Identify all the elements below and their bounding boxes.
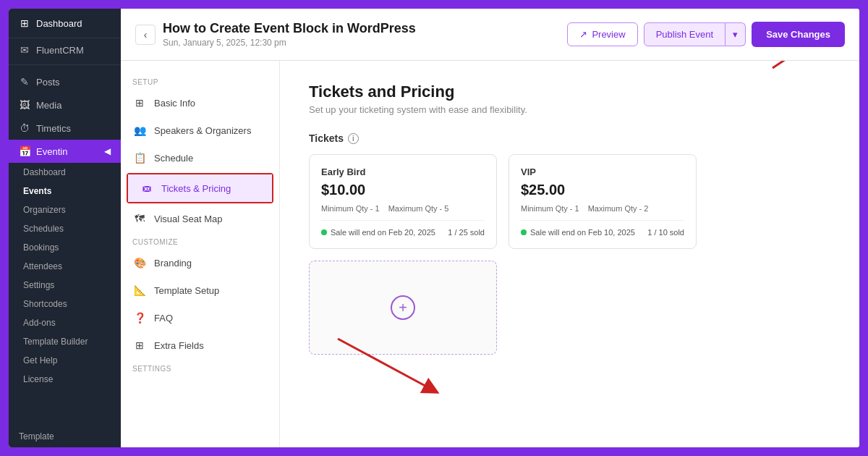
sidebar-sub-label-template-builder: Template Builder <box>23 337 88 347</box>
setup-item-faq[interactable]: ❓ FAQ <box>121 304 279 332</box>
sale-status-early-bird: Sale will end on Feb 20, 2025 <box>321 228 435 237</box>
back-button[interactable]: ‹ <box>135 25 156 45</box>
sidebar-sub-label-license: License <box>23 374 53 384</box>
setup-item-extra-fields[interactable]: ⊞ Extra Fields <box>121 332 279 359</box>
setup-section-label: Setup <box>121 72 279 89</box>
add-ticket-button[interactable]: + <box>309 261 497 355</box>
timetics-icon: ⏱ <box>19 122 30 134</box>
section-title: Tickets and Pricing <box>309 83 830 101</box>
green-dot-vip <box>521 229 527 235</box>
sidebar-sub-template-builder[interactable]: Template Builder <box>9 332 121 351</box>
event-title: How to Create Event Block in WordPress <box>163 21 416 36</box>
media-icon: 🖼 <box>19 99 30 111</box>
red-arrow-save <box>765 61 852 75</box>
sidebar-logo: ⊞ Dashboard <box>9 9 121 38</box>
sidebar-sub-events[interactable]: Events <box>9 182 121 200</box>
save-button[interactable]: Save Changes <box>752 22 845 47</box>
setup-item-tickets[interactable]: 🎟 Tickets & Pricing <box>128 174 272 202</box>
ticket-price-vip: $25.00 <box>521 182 684 198</box>
event-title-block: How to Create Event Block in WordPress S… <box>163 21 416 48</box>
schedule-icon: 📋 <box>132 151 147 165</box>
sidebar: ⊞ Dashboard ✉ FluentCRM ✎ Posts 🖼 Media … <box>9 9 121 447</box>
setup-item-template-setup[interactable]: 📐 Template Setup <box>121 276 279 304</box>
publish-button[interactable]: Publish Event <box>644 22 726 46</box>
ticket-qty-early-bird: Minimum Qty - 1 Maximum Qty - 5 <box>321 204 485 213</box>
sidebar-sub-schedules[interactable]: Schedules <box>9 219 121 238</box>
template-setup-icon: 📐 <box>132 283 147 297</box>
setup-label-tickets: Tickets & Pricing <box>161 183 231 194</box>
sale-status-vip: Sale will end on Feb 10, 2025 <box>521 228 635 237</box>
sold-early-bird: 1 / 25 sold <box>448 228 485 237</box>
setup-item-seat-map[interactable]: 🗺 Visual Seat Map <box>121 205 279 232</box>
customize-section-label: Customize <box>121 232 279 249</box>
tickets-icon: 🎟 <box>140 181 154 195</box>
ticket-qty-vip: Minimum Qty - 1 Maximum Qty - 2 <box>521 204 684 213</box>
ticket-footer-early-bird: Sale will end on Feb 20, 2025 1 / 25 sol… <box>321 220 485 237</box>
setup-item-branding[interactable]: 🎨 Branding <box>121 249 279 276</box>
info-icon: i <box>348 133 359 144</box>
sidebar-sub-label-attendees: Attendees <box>23 261 62 271</box>
publish-dropdown-button[interactable]: ▾ <box>726 22 746 46</box>
save-label: Save Changes <box>766 29 830 40</box>
preview-button[interactable]: ↗ Preview <box>567 22 637 46</box>
sidebar-label-fluentcrm: FluentCRM <box>36 45 84 56</box>
sale-text-early-bird: Sale will end on Feb 20, 2025 <box>331 228 435 237</box>
sidebar-sub-shortcodes[interactable]: Shortcodes <box>9 295 121 313</box>
tickets-text: Tickets <box>309 132 344 144</box>
basic-info-icon: ⊞ <box>132 96 147 110</box>
event-header-right: ↗ Preview Publish Event ▾ Save Changes <box>567 22 845 47</box>
faq-icon: ❓ <box>132 311 147 325</box>
setup-label-seat-map: Visual Seat Map <box>154 214 222 224</box>
setup-label-basic-info: Basic Info <box>154 98 195 109</box>
sidebar-sub-addons[interactable]: Add-ons <box>9 313 121 332</box>
sidebar-label-posts: Posts <box>36 77 60 88</box>
sidebar-label-timetics: Timetics <box>36 123 71 134</box>
add-circle-icon: + <box>391 295 415 320</box>
ticket-max-qty-early-bird: Maximum Qty - 5 <box>388 204 449 213</box>
setup-item-speakers[interactable]: 👥 Speakers & Organizers <box>121 117 279 144</box>
sidebar-item-fluentcrm[interactable]: ✉ FluentCRM <box>9 38 121 62</box>
sidebar-sub-bookings[interactable]: Bookings <box>9 238 121 257</box>
dashboard-icon: ⊞ <box>19 17 30 29</box>
sidebar-sub-settings[interactable]: Settings <box>9 276 121 295</box>
preview-label: Preview <box>592 29 625 40</box>
template-label: Template <box>19 431 54 442</box>
sold-vip: 1 / 10 sold <box>647 228 684 237</box>
sidebar-sub-label-organizers: Organizers <box>23 205 66 215</box>
tickets-grid: Early Bird $10.00 Minimum Qty - 1 Maximu… <box>309 154 830 249</box>
ticket-footer-vip: Sale will end on Feb 10, 2025 1 / 10 sol… <box>521 220 684 237</box>
svg-line-1 <box>773 61 838 68</box>
sidebar-sub-label-get-help: Get Help <box>23 355 57 366</box>
event-header-left: ‹ How to Create Event Block in WordPress… <box>135 21 416 48</box>
sidebar-sub-get-help[interactable]: Get Help <box>9 351 121 370</box>
settings-section-label: Settings <box>121 359 279 376</box>
sidebar-sub-license[interactable]: License <box>9 370 121 389</box>
sidebar-item-media[interactable]: 🖼 Media <box>9 93 121 117</box>
eventin-icon: 📅 <box>19 145 30 157</box>
setup-label-schedule: Schedule <box>154 153 193 164</box>
sidebar-item-eventin[interactable]: 📅 Eventin ◀ <box>9 140 121 163</box>
seat-map-icon: 🗺 <box>132 211 147 226</box>
external-link-icon: ↗ <box>579 29 587 40</box>
ticket-max-qty-vip: Maximum Qty - 2 <box>588 204 649 213</box>
ticket-price-early-bird: $10.00 <box>321 182 485 198</box>
sidebar-sub-dashboard[interactable]: Dashboard <box>9 163 121 182</box>
sidebar-sub-organizers[interactable]: Organizers <box>9 200 121 219</box>
setup-item-basic-info[interactable]: ⊞ Basic Info <box>121 89 279 117</box>
setup-sidebar: Setup ⊞ Basic Info 👥 Speakers & Organize… <box>121 61 280 447</box>
posts-icon: ✎ <box>19 76 30 88</box>
ticket-card-early-bird: Early Bird $10.00 Minimum Qty - 1 Maximu… <box>309 154 497 249</box>
sidebar-sub-attendees[interactable]: Attendees <box>9 257 121 276</box>
sidebar-sub-label-events: Events <box>23 186 51 196</box>
event-header: ‹ How to Create Event Block in WordPress… <box>121 9 859 61</box>
sidebar-label-eventin: Eventin <box>36 146 67 157</box>
sidebar-sub-label-settings: Settings <box>23 280 54 290</box>
sidebar-item-posts[interactable]: ✎ Posts <box>9 70 121 93</box>
green-dot-early-bird <box>321 229 327 235</box>
ticket-min-qty-early-bird: Minimum Qty - 1 <box>321 204 380 213</box>
sidebar-item-timetics[interactable]: ⏱ Timetics <box>9 117 121 140</box>
setup-item-schedule[interactable]: 📋 Schedule <box>121 144 279 172</box>
body-split: Setup ⊞ Basic Info 👥 Speakers & Organize… <box>121 61 859 447</box>
sidebar-label-media: Media <box>36 100 61 111</box>
ticket-min-qty-vip: Minimum Qty - 1 <box>521 204 579 213</box>
